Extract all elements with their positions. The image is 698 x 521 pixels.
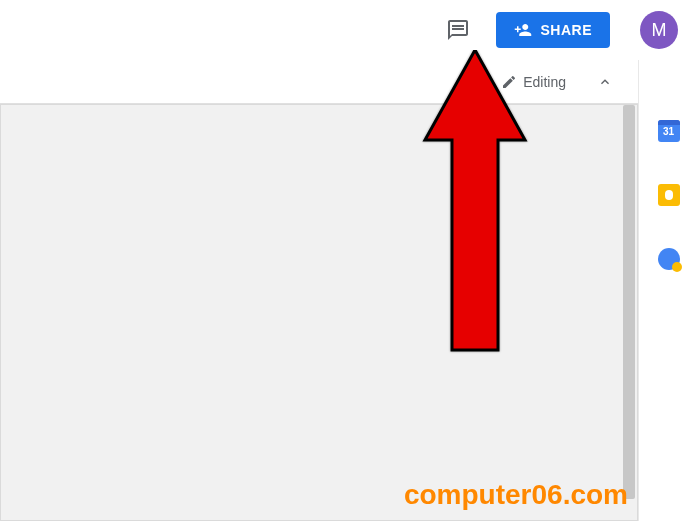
keep-icon (658, 184, 680, 206)
avatar-initial: M (652, 20, 667, 41)
editing-mode-button[interactable]: Editing (493, 68, 574, 96)
tasks-app-button[interactable] (658, 248, 680, 270)
account-avatar[interactable]: M (640, 11, 678, 49)
comment-icon (446, 18, 470, 42)
comments-button[interactable] (440, 12, 476, 48)
collapse-toolbar-button[interactable] (590, 67, 620, 97)
share-button-label: SHARE (540, 22, 592, 38)
calendar-app-button[interactable]: 31 (658, 120, 680, 142)
person-add-icon (514, 21, 532, 39)
scrollbar-thumb[interactable] (623, 105, 635, 499)
tasks-icon (658, 248, 680, 270)
calendar-icon: 31 (658, 120, 680, 142)
vertical-scrollbar[interactable] (621, 105, 637, 520)
document-canvas[interactable] (0, 104, 638, 521)
header-bar: SHARE M (0, 0, 698, 60)
toolbar-row: Editing (0, 60, 638, 104)
side-panel: 31 (638, 60, 698, 521)
chevron-up-icon (597, 74, 613, 90)
share-button[interactable]: SHARE (496, 12, 610, 48)
keep-app-button[interactable] (658, 184, 680, 206)
mode-label: Editing (523, 74, 566, 90)
pencil-icon (501, 74, 517, 90)
